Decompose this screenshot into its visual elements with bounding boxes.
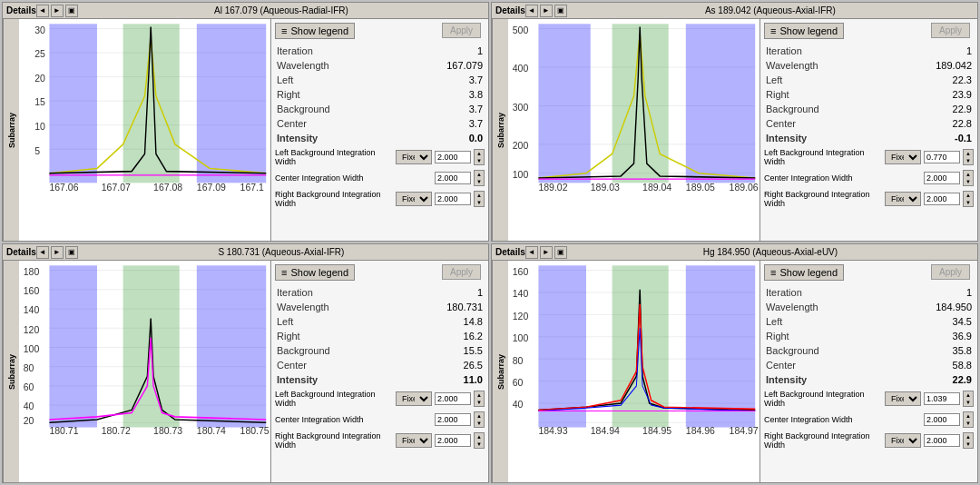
show-legend-btn-bl[interactable]: ≡ Show legend — [275, 264, 355, 281]
info-row-left-bl: Left 14.8 — [275, 315, 485, 328]
fixed-select-left-tl[interactable]: Fixed — [396, 150, 432, 164]
next-btn-tr[interactable]: ► — [540, 5, 553, 17]
spinner-center-tl[interactable]: ▲▼ — [474, 170, 485, 186]
center-width-br[interactable] — [924, 413, 960, 426]
save-btn-bl[interactable]: ▣ — [65, 246, 78, 259]
next-btn-br[interactable]: ► — [540, 246, 553, 259]
center-width-bl[interactable] — [435, 413, 471, 426]
svg-rect-13 — [49, 24, 97, 183]
info-panel-tr: ≡ Show legend Apply Iteration 1 Waveleng… — [760, 19, 977, 241]
svg-text:184.97: 184.97 — [730, 424, 759, 436]
svg-text:100: 100 — [513, 332, 529, 344]
apply-btn-tr[interactable]: Apply — [931, 23, 970, 38]
info-row-wavelength-bl: Wavelength 180.731 — [275, 301, 485, 313]
spinner-left-tl[interactable]: ▲▼ — [474, 149, 485, 165]
fixed-select-left-bl[interactable]: Fixed — [396, 391, 432, 406]
svg-text:80: 80 — [24, 361, 34, 373]
spinner-left-bl[interactable]: ▲▼ — [474, 391, 485, 407]
fixed-select-right-bl[interactable]: Fixed — [396, 433, 432, 448]
svg-text:120: 120 — [513, 310, 529, 322]
center-width-tl[interactable] — [435, 172, 471, 184]
spinner-center-tr[interactable]: ▲▼ — [963, 170, 974, 186]
integration-left-tl: Left Background Integration Width Fixed … — [275, 148, 485, 166]
subarray-label-tr: Subarray — [492, 19, 508, 241]
next-btn-tl[interactable]: ► — [51, 5, 64, 17]
svg-text:189.06: 189.06 — [730, 181, 759, 193]
save-btn-tr[interactable]: ▣ — [554, 5, 567, 17]
right-width-bl[interactable] — [435, 434, 471, 447]
integration-center-tl: Center Integration Width ▲▼ — [275, 170, 485, 186]
integration-right-tr: Right Background Integration Width Fixed… — [764, 190, 974, 208]
svg-text:180.72: 180.72 — [102, 424, 131, 436]
save-btn-tl[interactable]: ▣ — [65, 5, 78, 17]
svg-text:189.04: 189.04 — [642, 181, 671, 193]
panel-top-left-body: Subarray 30 25 20 15 10 5 — [3, 19, 488, 241]
panel-bottom-right-titlebar: Details ◄ ► ▣ Hg 184.950 (Aqueous-Axial-… — [492, 244, 977, 261]
left-width-bl[interactable] — [435, 392, 471, 405]
apply-btn-br[interactable]: Apply — [931, 264, 970, 280]
panel-bottom-right-controls: ◄ ► ▣ — [525, 246, 567, 259]
prev-btn-tr[interactable]: ◄ — [525, 5, 538, 17]
svg-text:200: 200 — [513, 140, 529, 152]
spinner-right-tl[interactable]: ▲▼ — [474, 191, 485, 207]
info-header-bl: ≡ Show legend Apply — [275, 264, 485, 284]
center-width-tr[interactable] — [924, 172, 960, 184]
spinner-right-tr[interactable]: ▲▼ — [963, 191, 974, 207]
show-legend-btn-tr[interactable]: ≡ Show legend — [764, 23, 844, 39]
svg-rect-58 — [197, 265, 266, 427]
show-legend-btn-br[interactable]: ≡ Show legend — [764, 264, 844, 281]
fixed-select-right-tl[interactable]: Fixed — [396, 192, 432, 206]
prev-btn-bl[interactable]: ◄ — [36, 246, 49, 259]
info-row-center-tl: Center 3.7 — [275, 117, 485, 130]
svg-text:167.09: 167.09 — [197, 181, 226, 193]
right-width-br[interactable] — [924, 434, 960, 447]
show-legend-btn-tl[interactable]: ≡ Show legend — [275, 23, 355, 39]
fixed-select-left-br[interactable]: Fixed — [885, 391, 921, 406]
svg-text:180.74: 180.74 — [197, 424, 226, 436]
svg-text:5: 5 — [34, 144, 40, 156]
fixed-select-left-tr[interactable]: Fixed — [885, 150, 921, 164]
fixed-select-right-tr[interactable]: Fixed — [885, 192, 921, 206]
svg-text:60: 60 — [513, 376, 524, 388]
svg-text:160: 160 — [24, 285, 40, 297]
panel-bottom-left-titlebar: Details ◄ ► ▣ S 180.731 (Aqueous-Axial-I… — [3, 244, 488, 261]
panel-top-left-titlebar: Details ◄ ► ▣ Al 167.079 (Aqueous-Radial… — [3, 3, 488, 19]
svg-text:167.07: 167.07 — [102, 181, 131, 193]
info-header-br: ≡ Show legend Apply — [764, 264, 974, 284]
apply-btn-bl[interactable]: Apply — [442, 264, 481, 280]
spinner-left-br[interactable]: ▲▼ — [963, 391, 974, 407]
right-width-tr[interactable] — [924, 193, 960, 205]
svg-text:167.08: 167.08 — [153, 181, 182, 193]
info-row-intensity-bl: Intensity 11.0 — [275, 373, 485, 386]
svg-text:500: 500 — [513, 24, 529, 35]
apply-btn-tl[interactable]: Apply — [442, 23, 481, 38]
info-panel-br: ≡ Show legend Apply Iteration 1 Waveleng… — [760, 261, 977, 482]
panel-bottom-left-details-label: Details — [6, 247, 36, 257]
fixed-select-right-br[interactable]: Fixed — [885, 433, 921, 448]
svg-text:40: 40 — [513, 399, 524, 411]
svg-text:25: 25 — [34, 48, 45, 60]
legend-icon-br: ≡ — [770, 267, 776, 278]
right-width-tl[interactable] — [435, 193, 471, 205]
spinner-left-tr[interactable]: ▲▼ — [963, 149, 974, 165]
left-width-br[interactable] — [924, 392, 960, 405]
prev-btn-br[interactable]: ◄ — [525, 246, 538, 259]
save-btn-br[interactable]: ▣ — [554, 246, 567, 259]
spinner-center-br[interactable]: ▲▼ — [963, 411, 974, 428]
svg-text:400: 400 — [513, 63, 529, 74]
panel-bottom-left-controls: ◄ ► ▣ — [36, 246, 78, 259]
spinner-center-bl[interactable]: ▲▼ — [474, 411, 485, 428]
next-btn-bl[interactable]: ► — [51, 246, 64, 259]
spinner-right-bl[interactable]: ▲▼ — [474, 432, 485, 449]
left-width-tr[interactable] — [924, 151, 960, 163]
svg-rect-14 — [197, 24, 266, 183]
left-width-tl[interactable] — [435, 151, 471, 163]
info-row-right-tl: Right 3.8 — [275, 88, 485, 101]
prev-btn-tl[interactable]: ◄ — [36, 5, 49, 17]
svg-text:100: 100 — [513, 169, 529, 181]
info-panel-bl: ≡ Show legend Apply Iteration 1 Waveleng… — [270, 261, 488, 482]
info-row-intensity-tl: Intensity 0.0 — [275, 132, 485, 144]
svg-text:167.06: 167.06 — [49, 181, 78, 193]
spinner-right-br[interactable]: ▲▼ — [963, 432, 974, 449]
svg-rect-31 — [538, 24, 590, 183]
